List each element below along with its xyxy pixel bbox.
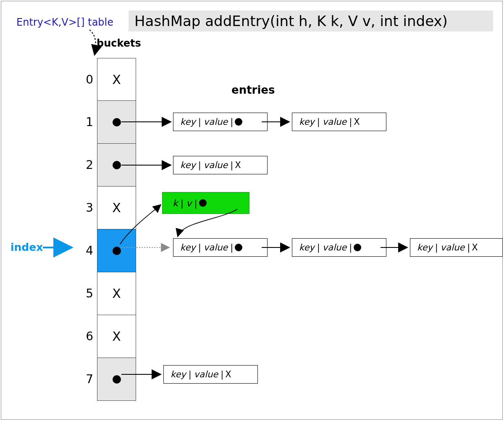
index-pointer-label: index [10,241,43,253]
null-marker: X [112,286,121,301]
entry-value: value [438,242,467,253]
bucket-index: 2 [77,144,93,186]
table-type-label: Entry<K,V>[] table [16,16,113,28]
bucket-0: 0X [97,58,136,101]
diagram-frame: HashMap addEntry(int h, K k, V v, int in… [1,1,503,420]
entry-value: value [320,117,349,127]
bucket-index: 3 [77,187,93,229]
new-entry-value: v [184,198,194,208]
bucket-3: 3X [97,187,136,229]
bucket-index: 4 [77,229,93,272]
entry-key: key [178,160,198,170]
bucket-6: 6X [97,315,136,358]
next-null: X [352,117,360,127]
bucket-7: 7 [97,358,136,401]
new-entry-node: k| v| [162,192,249,214]
entry-node: key| value| X [163,365,258,384]
arrows-overlay [1,1,504,421]
next-pointer-dot [354,244,361,251]
bucket-index: 5 [77,272,93,315]
buckets-heading: buckets [97,37,141,49]
entry-node: key| value| [173,113,268,131]
bucket-index: 6 [77,315,93,358]
bucket-index: 0 [77,58,93,100]
bucket-1: 1 [97,101,136,144]
next-pointer-dot [235,244,242,251]
pointer-dot [113,247,121,255]
entry-key: key [415,242,435,253]
bucket-index: 1 [77,101,93,143]
pointer-dot [113,375,121,384]
entry-value: value [201,117,230,127]
null-marker: X [112,329,121,344]
entry-value: value [201,242,230,253]
null-marker: X [112,200,121,215]
entry-node: key| value| X [292,113,386,131]
next-null: X [470,242,478,253]
pointer-dot [113,118,121,126]
entry-value: value [201,160,230,170]
entry-key: key [168,369,189,379]
next-null: X [223,369,231,379]
entry-node: key| value| X [410,238,503,257]
entry-key: key [297,242,317,253]
next-null: X [233,160,241,170]
entry-key: key [297,117,317,127]
entry-value: value [320,242,349,253]
new-entry-key: k [170,198,181,208]
entry-key: key [178,242,198,253]
entry-node: key| value| X [173,156,268,174]
bucket-index: 7 [77,358,93,400]
entry-key: key [178,117,198,127]
bucket-2: 2 [97,144,136,187]
bucket-array: 0X 1 2 3X 4 5X 6X 7 [97,58,136,401]
entry-node: key| value| [292,238,386,257]
next-pointer-dot [235,118,242,126]
null-marker: X [112,72,121,87]
entry-node: key| value| [173,238,268,257]
next-pointer-dot [199,199,207,207]
bucket-4: 4 [97,229,136,272]
entries-heading: entries [231,84,275,96]
entry-value: value [192,369,220,379]
pointer-dot [113,161,121,169]
diagram-title: HashMap addEntry(int h, K k, V v, int in… [129,11,493,32]
bucket-5: 5X [97,272,136,315]
